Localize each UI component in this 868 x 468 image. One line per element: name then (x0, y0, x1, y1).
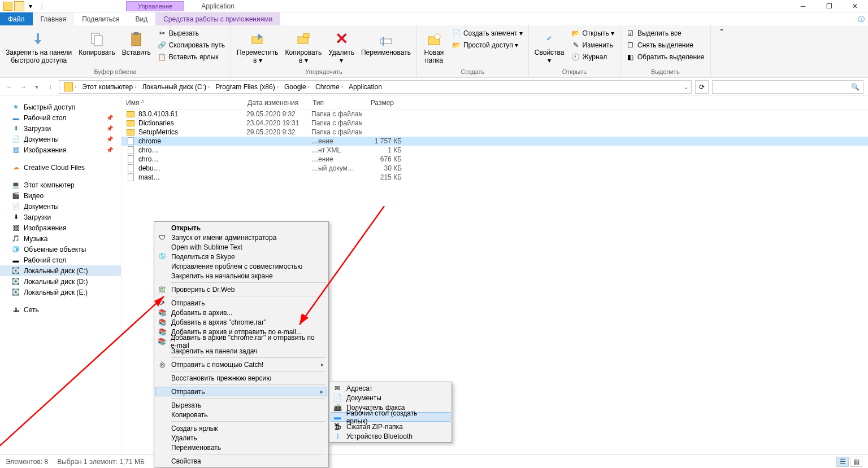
file-row[interactable]: SetupMetrics29.05.2020 9:32Папка с файла… (121, 128, 868, 137)
ctx-copy[interactable]: Копировать (155, 410, 327, 419)
properties-button[interactable]: ✔Свойства ▾ (532, 28, 567, 65)
sendto-desktop-shortcut[interactable]: ▬Рабочий стол (создать ярлык) (331, 412, 450, 422)
ctx-delete[interactable]: Удалить (155, 433, 327, 443)
nav-pictures2[interactable]: 🖼Изображения (0, 222, 121, 233)
history-button[interactable]: 🕘Журнал (569, 51, 617, 63)
ctx-drweb[interactable]: 🕸Проверить с Dr.Web (155, 285, 327, 294)
ctx-properties[interactable]: Свойства (155, 456, 327, 466)
nav-disk-d[interactable]: 💽Локальный диск (D:) (0, 276, 121, 287)
file-row[interactable]: chrome…ение1 757 КБ (121, 137, 868, 146)
file-row[interactable]: debu……ый докум…30 КБ (121, 164, 868, 173)
ctx-rar-add[interactable]: 📚Добавить в архив... (155, 308, 327, 317)
ctx-sublime[interactable]: Open with Sublime Text (155, 242, 327, 252)
new-item-button[interactable]: 📄Создать элемент ▾ (450, 28, 525, 39)
nav-documents2[interactable]: 📄Документы (0, 201, 121, 212)
copy-to-button[interactable]: Копировать в ▾ (283, 28, 324, 65)
ctx-skype[interactable]: ⓈПоделиться в Skype (155, 252, 327, 261)
deselect-button[interactable]: ☐Снять выделение (624, 40, 707, 51)
view-details-button[interactable]: ☰ (836, 457, 849, 467)
nav-back-button[interactable]: ← (5, 83, 15, 91)
nav-network[interactable]: 🖧Сеть (0, 304, 121, 315)
tab-file[interactable]: Файл (0, 12, 33, 25)
tab-app-tools[interactable]: Средства работы с приложениями (155, 12, 280, 25)
addr-dropdown-icon[interactable]: ⌄ (683, 83, 689, 91)
copy-path-button[interactable]: 🔗Скопировать путь (155, 40, 227, 51)
tab-share[interactable]: Поделиться (74, 12, 127, 25)
pin-quickaccess-button[interactable]: Закрепить на панели быстрого доступа (3, 28, 74, 65)
nav-downloads[interactable]: ⬇Загрузки📌 (0, 123, 121, 134)
nav-pictures[interactable]: 🖼Изображения📌 (0, 145, 121, 155)
nav-downloads2[interactable]: ⬇Загрузки (0, 212, 121, 222)
nav-thispc[interactable]: 💻Этот компьютер (0, 180, 121, 190)
ctx-open[interactable]: Открыть (155, 223, 327, 233)
nav-3dobjects[interactable]: 🧊Объемные объекты (0, 244, 121, 255)
sendto-bluetooth[interactable]: ᛒУстройство Bluetooth (331, 431, 450, 441)
ctx-pin-taskbar[interactable]: Закрепить на панели задач (155, 346, 327, 356)
edit-button[interactable]: ✎Изменить (569, 40, 617, 51)
breadcrumb-item[interactable]: Application (346, 83, 384, 91)
nav-recent-button[interactable]: ▾ (32, 83, 42, 91)
ctx-restore[interactable]: Восстановить прежнюю версию (155, 373, 327, 383)
qat-item-icon[interactable] (14, 1, 24, 11)
file-row[interactable]: Dictionaries23.04.2020 19:31Папка с файл… (121, 119, 868, 128)
tab-view[interactable]: Вид (127, 12, 155, 25)
col-size[interactable]: Размер (359, 99, 398, 107)
sendto-zip[interactable]: 🗜Сжатая ZIP-папка (331, 422, 450, 431)
nav-videos[interactable]: 🎬Видео (0, 190, 121, 201)
select-all-button[interactable]: ☑Выделить все (624, 28, 707, 39)
ctx-compat[interactable]: Исправление проблем с совместимостью (155, 261, 327, 271)
breadcrumb[interactable]: › Этот компьютер› Локальный диск (C:)› P… (59, 80, 692, 94)
column-headers[interactable]: Имя ^ Дата изменения Тип Размер (121, 96, 868, 110)
ctx-rar-email-named[interactable]: 📚Добавить в архив "chrome.rar" и отправи… (155, 336, 327, 346)
nav-desktop[interactable]: ▬Рабочий стол📌 (0, 112, 121, 123)
breadcrumb-item[interactable]: Program Files (x86)› (213, 83, 281, 91)
new-folder-button[interactable]: Новая папка (420, 28, 448, 65)
breadcrumb-item[interactable]: Chrome› (313, 83, 345, 91)
breadcrumb-item[interactable]: Локальный диск (C:)› (140, 83, 212, 91)
invert-selection-button[interactable]: ◧Обратить выделение (624, 51, 707, 63)
rename-button[interactable]: Переименовать (359, 28, 413, 57)
ctx-pin-start[interactable]: Закрепить на начальном экране (155, 271, 327, 281)
ctx-send-to[interactable]: Отправить▸ (155, 387, 327, 396)
contextual-tab-manage[interactable]: Управление (126, 1, 184, 11)
copy-button[interactable]: Копировать (76, 28, 118, 57)
breadcrumb-item[interactable]: Этот компьютер› (80, 83, 138, 91)
help-icon[interactable]: ⓘ (858, 12, 865, 24)
maximize-button[interactable]: ❐ (816, 0, 842, 12)
easy-access-button[interactable]: 📂Простой доступ ▾ (450, 40, 525, 51)
nav-up-button[interactable]: ↑ (45, 83, 55, 91)
sendto-documents[interactable]: 📄Документы (331, 393, 450, 403)
ctx-cut[interactable]: Вырезать (155, 400, 327, 410)
search-input[interactable]: 🔍 (712, 80, 863, 94)
move-to-button[interactable]: Переместить в ▾ (235, 28, 281, 65)
breadcrumb-root-icon[interactable]: › (62, 82, 79, 91)
refresh-button[interactable]: ⟳ (695, 80, 709, 94)
nav-disk-c[interactable]: 💽Локальный диск (C:) (0, 265, 121, 276)
breadcrumb-item[interactable]: Google› (282, 83, 312, 91)
ctx-shortcut[interactable]: Создать ярлык (155, 423, 327, 433)
ctx-catch[interactable]: ◎Отправить с помощью Catch!▸ (155, 360, 327, 369)
paste-button[interactable]: Вставить (120, 28, 153, 57)
close-button[interactable]: ✕ (842, 0, 868, 12)
tab-home[interactable]: Главная (33, 12, 75, 25)
minimize-button[interactable]: ─ (790, 0, 816, 12)
view-large-icons-button[interactable]: ▦ (850, 457, 862, 467)
nav-quick-access[interactable]: ★Быстрый доступ (0, 102, 121, 112)
file-row[interactable]: chro……ение676 КБ (121, 155, 868, 164)
sendto-recipient[interactable]: ✉Адресат (331, 383, 450, 393)
file-row[interactable]: mast…215 КБ (121, 173, 868, 182)
ctx-share[interactable]: ↗Отправить (155, 298, 327, 308)
ctx-run-admin[interactable]: 🛡Запуск от имени администратора (155, 233, 327, 242)
col-name[interactable]: Имя ^ (121, 99, 243, 107)
nav-music[interactable]: 🎵Музыка (0, 233, 121, 244)
nav-forward-button[interactable]: → (18, 83, 28, 91)
file-row[interactable]: chro……нт XML1 КБ (121, 146, 868, 155)
open-button[interactable]: 📂Открыть ▾ (569, 28, 617, 39)
nav-desktop2[interactable]: ▬Рабочий стол (0, 255, 121, 265)
ctx-rename[interactable]: Переименовать (155, 443, 327, 452)
nav-documents[interactable]: 📄Документы📌 (0, 134, 121, 145)
nav-ccf[interactable]: ☁Creative Cloud Files (0, 162, 121, 173)
cut-button[interactable]: ✂Вырезать (155, 28, 227, 39)
col-type[interactable]: Тип (308, 99, 359, 107)
ctx-rar-add-named[interactable]: 📚Добавить в архив "chrome.rar" (155, 317, 327, 327)
